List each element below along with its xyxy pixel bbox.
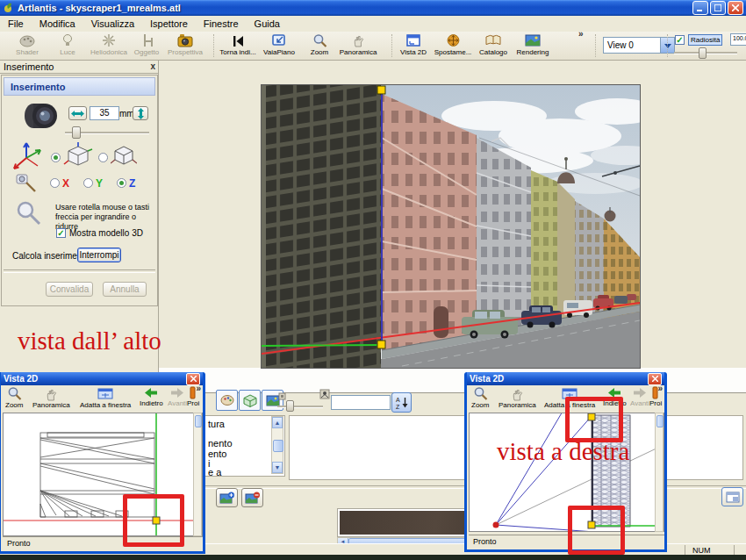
axis-mode-radio-2[interactable] (98, 153, 108, 162)
toolbar-button-shader[interactable]: Shader (7, 32, 47, 59)
arrow-right-gray-icon (169, 386, 185, 399)
show-model-label: Mostra modello 3D (69, 228, 143, 238)
catalog-book-icon (484, 32, 502, 47)
toolbar-overflow-chevron[interactable]: » (578, 29, 584, 39)
window-layout-icon (726, 492, 740, 503)
menu-file[interactable]: File (0, 17, 32, 31)
list-item[interactable]: ento (208, 449, 226, 459)
validate-button[interactable]: Convalida (46, 282, 93, 297)
inspector-header: Inserimento (4, 77, 155, 96)
vista2d-right-titlebar[interactable]: Vista 2D (467, 372, 664, 385)
v2d-fit-button[interactable]: Adatta a finestra (80, 386, 131, 409)
scrollbar-thumb[interactable] (273, 440, 283, 452)
radiosity-checkbox[interactable]: ✓ (675, 35, 685, 45)
thumbnail-size-slider-thumb[interactable] (286, 400, 294, 412)
list-item[interactable]: nento (208, 438, 233, 449)
vista2d-window-icon (405, 32, 421, 47)
sort-az-icon: AZ (395, 396, 409, 410)
minimize-button[interactable] (692, 1, 708, 15)
menu-guida[interactable]: Guida (247, 17, 288, 31)
size-small-icon (278, 391, 286, 402)
v2d-pan-button[interactable]: Panoramica (32, 386, 70, 409)
focal-length-field[interactable]: 35 (90, 106, 119, 120)
title-bar[interactable]: Artlantis - skyscraper1_mrealms.atl (0, 0, 746, 16)
toolbar-button-spostamento[interactable]: Spostame... (433, 32, 473, 59)
v2d-overflow-chevron[interactable]: » (657, 384, 663, 393)
inspector-tab-bar: Inserimento x (0, 60, 159, 74)
menu-finestre[interactable]: Finestre (196, 17, 247, 31)
toolbar-button-catalogo[interactable]: Catalogo (473, 32, 513, 59)
vista2d-left-titlebar[interactable]: Vista 2D (1, 372, 203, 385)
inspector-close-icon[interactable]: x (150, 61, 155, 71)
vista2d-right-statusbar: Pronto (469, 535, 664, 548)
menu-modifica[interactable]: Modifica (32, 17, 83, 31)
toolbar-button-luce[interactable]: Luce (47, 32, 88, 59)
axis-x-radio[interactable] (50, 178, 60, 188)
toolbar-button-prospettiva[interactable]: Prospettiva (165, 32, 205, 59)
close-button[interactable] (728, 1, 743, 15)
axis-x-label: X (62, 177, 69, 190)
layout-button[interactable] (721, 487, 743, 506)
vista2d-left-scrollbar[interactable] (193, 413, 202, 536)
show-model-checkbox[interactable]: ✓ (56, 228, 66, 238)
scroll-up-icon[interactable]: ▲ (272, 417, 283, 428)
toolbar-button-zoom[interactable]: Zoom (299, 32, 340, 59)
radiosity-label[interactable]: Radiosità (688, 34, 722, 46)
sort-az-button[interactable]: AZ (391, 392, 412, 413)
maximize-button[interactable] (710, 1, 726, 15)
v2d-forward-button[interactable]: Avanti (630, 386, 649, 407)
view-select[interactable]: View 0 (603, 37, 675, 54)
catalog-shaders-toggle[interactable] (216, 390, 238, 411)
menu-ispettore[interactable]: Ispettore (142, 17, 196, 31)
v2d-back-button[interactable]: Indietro (140, 386, 163, 407)
list-item[interactable]: tura (208, 419, 225, 429)
toolbar-button-oggetto[interactable]: Oggetto (126, 32, 167, 59)
menu-visualizza[interactable]: Visualizza (83, 17, 142, 31)
camera-lens-icon (19, 98, 60, 135)
v2d-overflow-chevron[interactable]: » (196, 384, 201, 393)
go-to-plane-icon (271, 32, 287, 47)
annotation-top-view: vista dall’ alto (18, 327, 161, 355)
v2d-pan-button[interactable]: Panoramica (499, 386, 536, 409)
remove-image-button[interactable] (241, 488, 263, 507)
model-top-handle[interactable] (377, 86, 385, 94)
axis-y-label: Y (96, 177, 103, 190)
v2d-zoom-button[interactable]: Zoom (471, 386, 489, 409)
cube-axes-icon (63, 141, 93, 171)
toolbar-button-panoramica[interactable]: Panoramica (338, 32, 378, 59)
interrupt-button[interactable]: Interrompi (77, 248, 121, 262)
axis-y-radio[interactable] (83, 178, 93, 188)
axis-z-radio[interactable] (117, 178, 126, 188)
catalog-objects-toggle[interactable] (239, 390, 261, 411)
toolbar-button-torna-indietro[interactable]: Torna indi... (218, 32, 258, 59)
focal-width-button[interactable] (68, 106, 87, 120)
vista2d-right-scrollbar[interactable] (655, 413, 664, 532)
thumbnail-size-slider-track[interactable] (277, 406, 323, 408)
svg-text:A: A (396, 397, 400, 403)
inspector-tab-title: Inserimento (4, 61, 54, 72)
add-image-button[interactable] (216, 488, 238, 507)
camera-icon (176, 32, 194, 47)
radiosity-value-field[interactable]: 100.00 (730, 33, 746, 46)
magnifier-axis-icon (14, 172, 39, 197)
model-bottom-handle[interactable] (377, 341, 385, 348)
panel-separator (4, 269, 155, 273)
radiosity-slider-thumb[interactable] (699, 47, 707, 59)
cancel-button[interactable]: Annulla (103, 282, 147, 297)
check-icon: ✓ (57, 228, 64, 238)
list-scrollbar[interactable]: ▲ ▼ (271, 416, 283, 474)
perspective-viewport[interactable] (261, 84, 641, 369)
scroll-down-icon[interactable]: ▼ (272, 462, 283, 473)
toolbar-button-rendering[interactable]: Rendering (513, 32, 553, 59)
axis-mode-radio-1[interactable] (51, 153, 61, 162)
app-logo-icon (3, 2, 14, 15)
toolbar-button-vaiapiano[interactable]: VaiaPiano (259, 32, 299, 59)
catalog-search-input[interactable] (331, 395, 391, 410)
v2d-zoom-button[interactable]: Zoom (5, 386, 23, 409)
focal-height-button[interactable] (133, 106, 148, 120)
toolbar-button-heliodonica[interactable]: Heliodonica (86, 32, 132, 59)
toolbar-button-vista2d[interactable]: Vista 2D (393, 32, 434, 59)
list-item[interactable]: e a (208, 467, 221, 477)
focal-slider-thumb[interactable] (72, 126, 81, 139)
v2d-forward-button[interactable]: Avanti (168, 386, 187, 407)
